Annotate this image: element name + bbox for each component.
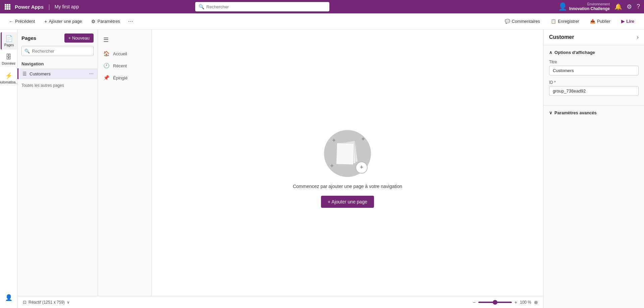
settings-icon[interactable]: ⚙	[627, 3, 632, 10]
main-layout: 📄 Pages 🗄 Données ⚡ Automatisa... 👤 Page…	[0, 29, 644, 308]
svg-rect-5	[9, 6, 10, 8]
env-name: Innovation Challenge	[569, 6, 610, 11]
zoom-minus-icon[interactable]: −	[473, 300, 476, 305]
topbar-app-name[interactable]: My first app	[55, 4, 79, 9]
automation-label: Automatisa...	[0, 80, 18, 84]
nav-item-customers-left: ☰ Customers	[22, 71, 51, 76]
id-field-label: ID *	[549, 80, 639, 85]
zoom-plus-icon[interactable]: +	[515, 300, 517, 305]
display-options-header[interactable]: ∧ Options d'affichage	[549, 50, 639, 55]
topbar-powerapps-label: Power Apps	[15, 4, 44, 10]
pages-panel: Pages + Nouveau 🔍 Navigation ☰ Customers…	[17, 29, 98, 308]
search-bar[interactable]: 🔍	[195, 2, 329, 11]
new-page-button[interactable]: + Nouveau	[64, 34, 94, 43]
navigation-section-title: Navigation	[17, 60, 98, 68]
save-button[interactable]: 📋 Enregistrer	[546, 17, 584, 26]
right-panel: Customer › ∧ Options d'affichage Titre I…	[543, 29, 644, 308]
right-panel-title: Customer	[549, 34, 574, 40]
canvas-area: ✦ ✦ ✦ + Commencez par ajouter une page à…	[152, 29, 543, 308]
zoom-controls: − + 100 % ⊕	[473, 300, 538, 305]
sidebar-item-data[interactable]: 🗄 Données	[1, 51, 17, 68]
nav-recent[interactable]: 🕐 Récent	[98, 60, 151, 72]
svg-rect-6	[5, 8, 6, 10]
sidebar-item-automation[interactable]: ⚡ Automatisa...	[1, 69, 17, 87]
hamburger-icon[interactable]: ☰	[98, 34, 151, 48]
expand-icon: ∨	[549, 110, 552, 115]
right-panel-chevron-icon[interactable]: ›	[637, 34, 639, 40]
read-icon: ▶	[621, 19, 625, 24]
display-options-label: Options d'affichage	[554, 50, 595, 55]
pages-stack-visual	[336, 142, 359, 165]
id-input[interactable]	[549, 86, 639, 96]
id-field: ID *	[549, 80, 639, 96]
toolbar-right-actions: 💬 Commentaires 📋 Enregistrer 📤 Publier ▶…	[500, 17, 639, 26]
title-field: Titre	[549, 60, 639, 75]
notification-icon[interactable]: 🔔	[614, 3, 622, 10]
svg-rect-4	[7, 6, 8, 8]
settings-button[interactable]: ⚙ Paramètres	[88, 17, 123, 26]
waffle-menu[interactable]	[4, 3, 11, 10]
comments-button[interactable]: 💬 Commentaires	[500, 17, 545, 26]
sparkle-bl-icon: ✦	[329, 162, 334, 170]
layout-label: Réactif (1251 x 759)	[29, 300, 65, 305]
nav-item-customers-label: Customers	[30, 71, 51, 76]
zoom-slider[interactable]	[478, 302, 512, 303]
zoom-fit-icon[interactable]: ⊕	[534, 300, 538, 305]
title-input[interactable]	[549, 66, 639, 75]
svg-rect-1	[7, 4, 8, 6]
back-label: Précédent	[15, 19, 35, 24]
nav-item-customers[interactable]: ☰ Customers ···	[17, 68, 98, 79]
pages-label: Pages	[4, 43, 14, 47]
nav-item-more-icon[interactable]: ···	[89, 71, 94, 77]
gear-icon: ⚙	[91, 19, 96, 24]
pages-title: Pages	[21, 35, 36, 41]
canvas-add-page-button[interactable]: + Ajouter une page	[321, 196, 374, 208]
topbar: Power Apps | My first app 🔍 👤 Environnem…	[0, 0, 644, 13]
save-label: Enregistrer	[558, 19, 579, 24]
read-button[interactable]: ▶ Lire	[617, 17, 639, 26]
sparkle-tr-icon: ✦	[361, 135, 366, 143]
pages-panel-header: Pages + Nouveau	[17, 34, 98, 46]
environment-info[interactable]: 👤 Environnement Innovation Challenge	[558, 2, 610, 11]
sidebar-item-user[interactable]: 👤	[1, 291, 17, 304]
publish-icon: 📤	[590, 19, 595, 24]
data-label: Données	[2, 62, 15, 65]
icon-sidebar: 📄 Pages 🗄 Données ⚡ Automatisa... 👤	[0, 29, 17, 308]
pages-icon: 📄	[5, 35, 13, 42]
pin-icon: 📌	[103, 75, 110, 81]
chevron-down-icon[interactable]: ∨	[67, 300, 70, 305]
search-icon: 🔍	[199, 4, 204, 9]
publish-button[interactable]: 📤 Publier	[586, 17, 615, 26]
svg-rect-2	[9, 4, 10, 6]
nav-accueil[interactable]: 🏠 Accueil	[98, 48, 151, 60]
layout-icon: ⊡	[23, 300, 26, 305]
advanced-settings-section[interactable]: ∨ Paramètres avancés	[544, 105, 644, 120]
pages-search-input[interactable]	[32, 49, 91, 54]
add-page-label: Ajouter une page	[49, 19, 82, 24]
nav-accueil-label: Accueil	[113, 51, 127, 56]
back-button[interactable]: ← Précédent	[5, 17, 38, 26]
sidebar-item-pages[interactable]: 📄 Pages	[1, 32, 17, 50]
collapse-icon: ∧	[549, 50, 552, 55]
page-sheet-3	[336, 143, 354, 165]
help-icon[interactable]: ?	[637, 3, 640, 10]
topbar-right: 👤 Environnement Innovation Challenge 🔔 ⚙…	[558, 2, 640, 11]
nav-recent-label: Récent	[113, 63, 127, 68]
title-field-label: Titre	[549, 60, 639, 64]
display-options-section: ∧ Options d'affichage Titre ID *	[544, 45, 644, 105]
add-icon: +	[44, 19, 47, 24]
zoom-percent-label: 100 %	[520, 300, 531, 305]
pages-search-bar[interactable]: 🔍	[21, 46, 94, 56]
search-input[interactable]	[206, 4, 326, 9]
add-page-button[interactable]: + Ajouter une page	[41, 17, 85, 26]
save-icon: 📋	[551, 19, 556, 24]
home-icon: 🏠	[103, 51, 110, 57]
canvas-empty-illustration: ✦ ✦ ✦ +	[324, 130, 371, 177]
more-options-icon[interactable]: ···	[126, 16, 135, 26]
toolbar: ← Précédent + Ajouter une page ⚙ Paramèt…	[0, 13, 644, 29]
right-panel-header: Customer ›	[544, 29, 644, 45]
nav-epingle[interactable]: 📌 Épinglé	[98, 72, 151, 84]
publish-label: Publier	[597, 19, 610, 24]
add-circle-icon: +	[356, 162, 368, 174]
svg-rect-7	[7, 8, 8, 10]
